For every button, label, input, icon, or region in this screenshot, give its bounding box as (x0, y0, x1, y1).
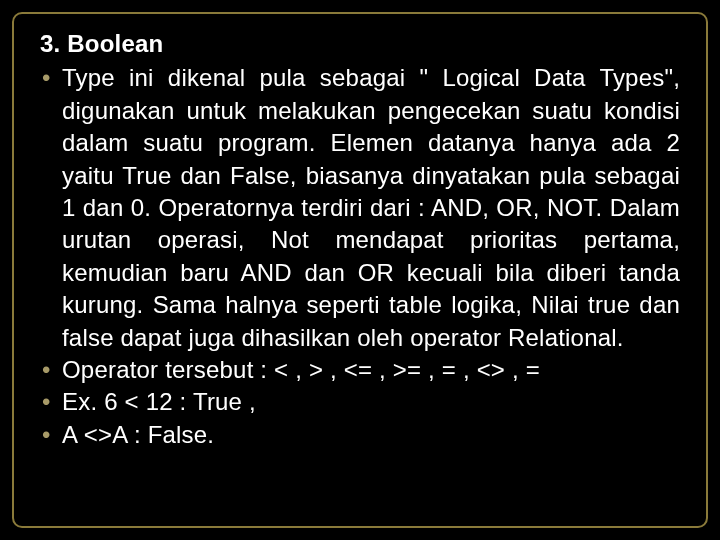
slide: 3. Boolean Type ini dikenal pula sebagai… (0, 0, 720, 540)
list-item: A <>A : False. (40, 419, 680, 451)
bullet-list: Type ini dikenal pula sebagai " Logical … (40, 62, 680, 451)
list-item: Operator tersebut : < , > , <= , >= , = … (40, 354, 680, 386)
list-item: Type ini dikenal pula sebagai " Logical … (40, 62, 680, 354)
list-item: Ex. 6 < 12 : True , (40, 386, 680, 418)
slide-heading: 3. Boolean (40, 28, 680, 60)
slide-frame: 3. Boolean Type ini dikenal pula sebagai… (12, 12, 708, 528)
